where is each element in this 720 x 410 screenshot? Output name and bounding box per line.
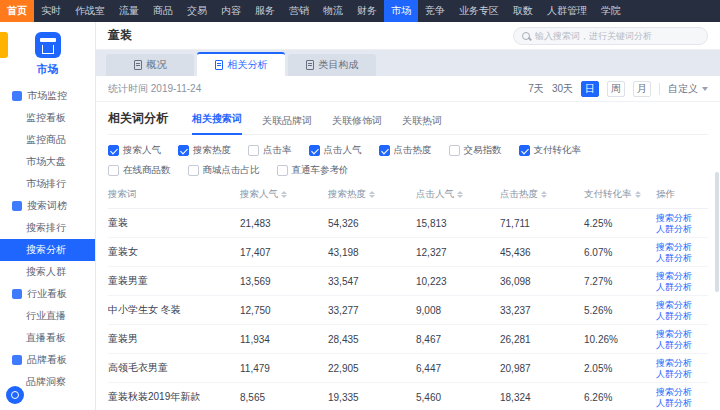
sidebar-item-monitor-board[interactable]: 监控看板 xyxy=(0,107,95,129)
granularity-week-button[interactable]: 周 xyxy=(607,81,625,97)
date-bar: 统计时间 2019-11-24 7天 30天 日 周 月 自定义 xyxy=(96,76,720,102)
checkbox-label: 商城点击占比 xyxy=(203,164,260,177)
subtab-brand-words[interactable]: 关联品牌词 xyxy=(262,114,312,135)
monitor-group-icon xyxy=(12,91,22,101)
crowd-analysis-link[interactable]: 人群分析 xyxy=(656,282,708,292)
checkbox-pay-conversion[interactable]: 支付转化率 xyxy=(519,144,582,157)
sort-icon[interactable] xyxy=(369,191,375,198)
sort-icon[interactable] xyxy=(457,191,463,198)
checkbox-label: 交易指数 xyxy=(464,144,502,157)
col-click-pop[interactable]: 点击人气 xyxy=(416,188,500,201)
nav-item-trade[interactable]: 交易 xyxy=(180,0,214,22)
tab-related-analysis[interactable]: 相关分析 xyxy=(197,52,285,76)
sidebar-item-market-overview[interactable]: 市场大盘 xyxy=(0,151,95,173)
granularity-day-button[interactable]: 日 xyxy=(581,81,599,97)
nav-item-business-zone[interactable]: 业务专区 xyxy=(452,0,506,22)
nav-item-data-fetch[interactable]: 取数 xyxy=(506,0,540,22)
sidebar-module-header: 市场 xyxy=(0,22,95,83)
search-analysis-link[interactable]: 搜索分析 xyxy=(656,387,708,397)
nav-item-market[interactable]: 市场 xyxy=(384,0,418,22)
nav-item-home[interactable]: 首页 xyxy=(0,0,34,22)
col-click-heat[interactable]: 点击热度 xyxy=(500,188,584,201)
search-heat-cell: 43,198 xyxy=(328,247,416,258)
checkbox-click-rate[interactable]: 点击率 xyxy=(248,144,292,157)
crowd-analysis-link[interactable]: 人群分析 xyxy=(656,340,708,350)
click-heat-cell: 20,987 xyxy=(500,363,584,374)
sidebar-item-search-crowd[interactable]: 搜索人群 xyxy=(0,261,95,283)
col-search-pop[interactable]: 搜索人气 xyxy=(240,188,328,201)
search-analysis-link[interactable]: 搜索分析 xyxy=(656,358,708,368)
crowd-analysis-link[interactable]: 人群分析 xyxy=(656,398,708,408)
brand-group-icon xyxy=(12,355,22,365)
crowd-analysis-link[interactable]: 人群分析 xyxy=(656,311,708,321)
sort-icon[interactable] xyxy=(635,191,641,198)
side-quick-tag[interactable] xyxy=(0,32,8,58)
custom-range-dropdown[interactable]: 自定义 xyxy=(668,82,708,96)
checkbox-search-heat[interactable]: 搜索热度 xyxy=(178,144,231,157)
checkbox-click-heat[interactable]: 点击热度 xyxy=(379,144,432,157)
sidebar-item-industry-live[interactable]: 行业直播 xyxy=(0,305,95,327)
metric-filters: 搜索人气 搜索热度 点击率 点击人气 点击热度 交易指数 支付转化率 在线商品数… xyxy=(108,135,708,181)
range-7d-button[interactable]: 7天 xyxy=(528,82,544,96)
sidebar-item-industry-board[interactable]: 行业看板 xyxy=(0,283,95,305)
crowd-analysis-link[interactable]: 人群分析 xyxy=(656,253,708,263)
search-analysis-link[interactable]: 搜索分析 xyxy=(656,300,708,310)
col-pay-rate[interactable]: 支付转化率 xyxy=(584,188,656,201)
nav-item-academy[interactable]: 学院 xyxy=(594,0,628,22)
nav-item-goods[interactable]: 商品 xyxy=(146,0,180,22)
help-floating-button[interactable] xyxy=(6,386,24,404)
sidebar-item-search-words[interactable]: 搜索词榜 xyxy=(0,195,95,217)
sidebar-item-brand-board[interactable]: 品牌看板 xyxy=(0,349,95,371)
subtab-hot-words[interactable]: 关联热词 xyxy=(402,114,442,135)
sidebar-item-search-analysis[interactable]: 搜索分析 xyxy=(0,239,95,261)
tab-category-composition[interactable]: 类目构成 xyxy=(288,54,376,76)
sort-icon[interactable] xyxy=(541,191,547,198)
sidebar-item-live-board[interactable]: 直播看板 xyxy=(0,327,95,349)
checkbox-trade-index[interactable]: 交易指数 xyxy=(449,144,502,157)
sidebar-item-monitor-goods[interactable]: 监控商品 xyxy=(0,129,95,151)
tab-overview[interactable]: 概况 xyxy=(106,54,194,76)
search-analysis-link[interactable]: 搜索分析 xyxy=(656,271,708,281)
market-module-icon xyxy=(35,32,61,58)
crowd-analysis-link[interactable]: 人群分析 xyxy=(656,224,708,234)
sidebar: 市场 市场监控 监控看板 监控商品 市场大盘 市场排行 搜索词榜 搜索排行 搜索… xyxy=(0,22,96,410)
col-search-heat[interactable]: 搜索热度 xyxy=(328,188,416,201)
sidebar-item-market-ranking[interactable]: 市场排行 xyxy=(0,173,95,195)
granularity-month-button[interactable]: 月 xyxy=(633,81,651,97)
nav-item-service[interactable]: 服务 xyxy=(248,0,282,22)
sidebar-item-search-ranking[interactable]: 搜索排行 xyxy=(0,217,95,239)
nav-item-traffic[interactable]: 流量 xyxy=(112,0,146,22)
nav-item-competition[interactable]: 竞争 xyxy=(418,0,452,22)
nav-item-realtime[interactable]: 实时 xyxy=(34,0,68,22)
search-analysis-link[interactable]: 搜索分析 xyxy=(656,213,708,223)
search-analysis-link[interactable]: 搜索分析 xyxy=(656,242,708,252)
range-30d-button[interactable]: 30天 xyxy=(552,82,573,96)
keyword-cell: 童装女 xyxy=(108,245,240,259)
crowd-analysis-link[interactable]: 人群分析 xyxy=(656,369,708,379)
search-analysis-link[interactable]: 搜索分析 xyxy=(656,329,708,339)
checkbox-click-pop[interactable]: 点击人气 xyxy=(309,144,362,157)
nav-item-content[interactable]: 内容 xyxy=(214,0,248,22)
nav-item-marketing[interactable]: 营销 xyxy=(282,0,316,22)
page-header: 童装 xyxy=(96,22,720,50)
subtab-modifier-words[interactable]: 关联修饰词 xyxy=(332,114,382,135)
sort-icon[interactable] xyxy=(281,191,287,198)
checkbox-online-items[interactable]: 在线商品数 xyxy=(108,164,171,177)
checkbox-mall-click-share[interactable]: 商城点击占比 xyxy=(188,164,260,177)
nav-item-logistics[interactable]: 物流 xyxy=(316,0,350,22)
category-title[interactable]: 童装 xyxy=(108,27,132,44)
checkbox-icon xyxy=(188,165,199,176)
nav-item-crowd-mgmt[interactable]: 人群管理 xyxy=(540,0,594,22)
checkbox-ztc-ref-price[interactable]: 直通车参考价 xyxy=(277,164,349,177)
checkbox-search-pop[interactable]: 搜索人气 xyxy=(108,144,161,157)
sidebar-item-market-monitor[interactable]: 市场监控 xyxy=(0,85,95,107)
table-row: 童装男童 13,569 33,547 10,223 36,098 7.27% 搜… xyxy=(108,267,708,296)
pay-rate-cell: 7.27% xyxy=(584,276,656,287)
subtab-related-search-words[interactable]: 相关搜索词 xyxy=(192,112,242,135)
nav-item-finance[interactable]: 财务 xyxy=(350,0,384,22)
vertical-scrollbar[interactable] xyxy=(715,172,719,292)
keyword-search-box[interactable] xyxy=(513,27,708,45)
nav-item-warroom[interactable]: 作战室 xyxy=(68,0,112,22)
search-input[interactable] xyxy=(535,31,699,41)
click-pop-cell: 9,008 xyxy=(416,305,500,316)
